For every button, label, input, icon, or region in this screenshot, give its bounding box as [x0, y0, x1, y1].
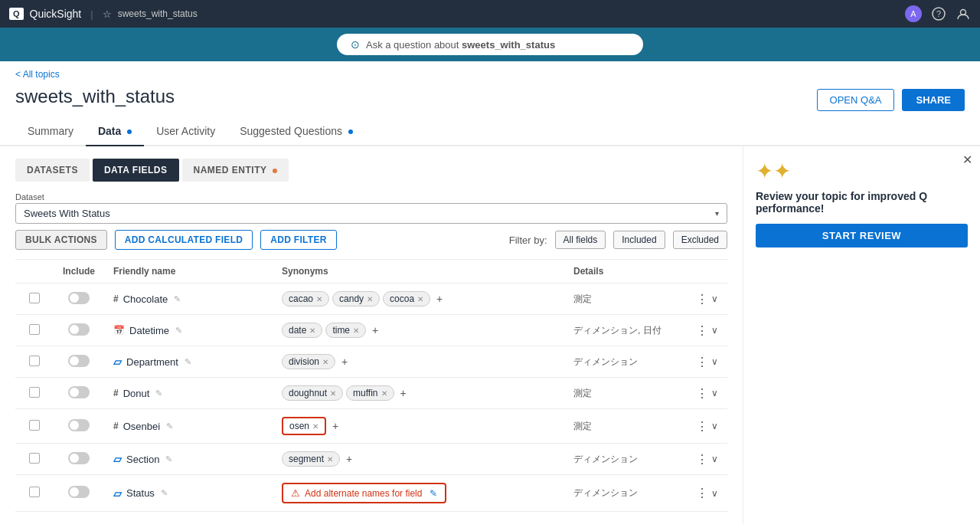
tag-time: time ✕	[325, 323, 366, 338]
favorite-icon[interactable]: ☆	[103, 8, 112, 20]
tag-add-department[interactable]: +	[338, 354, 351, 369]
row-toggle-osenbei[interactable]	[68, 419, 90, 431]
help-icon[interactable]: ?	[931, 6, 946, 21]
start-review-button[interactable]: START REVIEW	[756, 224, 968, 247]
tag-remove-cacao[interactable]: ✕	[316, 295, 322, 303]
q-bar-icon: ⊙	[351, 38, 360, 51]
expand-icon-department[interactable]: ∨	[711, 356, 718, 367]
open-qa-button[interactable]: OPEN Q&A	[817, 89, 895, 111]
more-options-icon-department[interactable]: ⋮	[696, 355, 708, 369]
col-friendly-header: Friendly name	[104, 260, 273, 284]
sub-tab-datasets[interactable]: DATASETS	[15, 159, 90, 182]
sub-tab-data-fields[interactable]: DATA FIELDS	[93, 159, 179, 182]
tab-user-activity[interactable]: User Activity	[144, 117, 227, 146]
edit-icon-donut[interactable]: ✎	[155, 388, 162, 398]
tag-add-datetime[interactable]: +	[369, 323, 381, 338]
field-name-section: Section	[126, 454, 159, 465]
tag-remove-candy[interactable]: ✕	[367, 295, 373, 303]
user-avatar-icon[interactable]: A	[905, 5, 922, 22]
sub-tab-named-entity[interactable]: NAMED ENTITY	[182, 159, 289, 182]
warn-tag-text: Add alternate names for field	[305, 488, 422, 499]
tip-panel: ✕ ✦✦ Review your topic for improved Q pe…	[743, 146, 980, 524]
q-bar-input[interactable]: ⊙ Ask a question about sweets_with_statu…	[337, 34, 643, 55]
tag-remove-doughnut[interactable]: ✕	[330, 389, 336, 398]
tag-remove-cocoa[interactable]: ✕	[417, 295, 423, 303]
edit-icon-chocolate[interactable]: ✎	[174, 294, 181, 304]
tag-muffin: muffin ✕	[346, 385, 394, 401]
more-options-icon-status[interactable]: ⋮	[696, 486, 708, 500]
tag-add-chocolate[interactable]: +	[433, 291, 446, 306]
details-donut: 測定	[573, 388, 592, 398]
tag-remove-segment[interactable]: ✕	[327, 455, 333, 464]
svg-text:?: ?	[936, 9, 941, 18]
row-toggle-donut[interactable]	[68, 386, 90, 398]
col-actions-header	[687, 260, 727, 284]
more-options-icon-osenbei[interactable]: ⋮	[696, 419, 708, 434]
tab-suggested[interactable]: Suggested Questions	[227, 117, 365, 146]
row-toggle-datetime[interactable]	[68, 323, 90, 336]
dataset-select[interactable]: Sweets With Status ▾	[15, 203, 727, 224]
edit-icon-datetime[interactable]: ✎	[175, 326, 182, 336]
add-calculated-field-button[interactable]: ADD CALCULATED FIELD	[115, 230, 253, 250]
tag-remove-osen[interactable]: ✕	[312, 422, 318, 431]
expand-icon-status[interactable]: ∨	[711, 488, 718, 499]
tag-remove-division[interactable]: ✕	[322, 358, 328, 366]
sparkle-icon: ✦✦	[756, 159, 968, 184]
tags-department: division ✕ +	[282, 354, 555, 369]
row-checkbox-section[interactable]	[29, 453, 40, 464]
filter-all-fields-button[interactable]: All fields	[555, 231, 606, 249]
filter-excluded-button[interactable]: Excluded	[673, 231, 727, 249]
row-toggle-department[interactable]	[68, 355, 90, 367]
more-options-icon-donut[interactable]: ⋮	[696, 386, 708, 401]
row-checkbox-datetime[interactable]	[29, 324, 40, 335]
q-bar-placeholder: Ask a question about sweets_with_status	[366, 39, 555, 51]
more-options-icon-chocolate[interactable]: ⋮	[696, 292, 708, 306]
more-options-icon-section[interactable]: ⋮	[696, 452, 708, 467]
filter-included-button[interactable]: Included	[613, 231, 665, 249]
expand-icon-donut[interactable]: ∨	[711, 388, 718, 398]
expand-icon-chocolate[interactable]: ∨	[711, 293, 718, 304]
expand-icon-datetime[interactable]: ∨	[711, 325, 718, 336]
row-checkbox-department[interactable]	[29, 356, 40, 366]
warn-tag-status[interactable]: ⚠ Add alternate names for field ✎	[282, 483, 446, 503]
tip-close-button[interactable]: ✕	[962, 152, 972, 167]
row-actions-department: ⋮ ∨	[696, 355, 718, 369]
profile-icon[interactable]	[956, 6, 971, 21]
row-checkbox-donut[interactable]	[29, 387, 40, 398]
warn-edit-icon[interactable]: ✎	[430, 488, 437, 499]
calendar-icon-datetime: 📅	[113, 325, 125, 336]
row-toggle-status[interactable]	[68, 486, 90, 498]
field-name-status: Status	[126, 487, 155, 499]
add-filter-button[interactable]: ADD FILTER	[260, 230, 336, 250]
bulk-actions-button[interactable]: BULK ACTIONS	[15, 230, 107, 250]
share-button[interactable]: SHARE	[902, 89, 965, 111]
breadcrumb[interactable]: < All topics	[0, 61, 980, 83]
data-fields-table: Include Friendly name Synonyms Details	[15, 259, 727, 512]
action-row: BULK ACTIONS ADD CALCULATED FIELD ADD FI…	[15, 230, 727, 250]
more-options-icon-datetime[interactable]: ⋮	[696, 323, 708, 338]
tag-remove-muffin[interactable]: ✕	[381, 389, 387, 398]
row-toggle-chocolate[interactable]	[68, 292, 90, 304]
row-checkbox-osenbei[interactable]	[29, 420, 40, 431]
edit-icon-status[interactable]: ✎	[161, 488, 168, 498]
tab-data[interactable]: Data	[86, 117, 144, 146]
edit-icon-osenbei[interactable]: ✎	[166, 421, 173, 431]
edit-icon-department[interactable]: ✎	[185, 357, 191, 367]
tag-remove-time[interactable]: ✕	[353, 326, 359, 335]
field-name-datetime: Datetime	[129, 325, 169, 336]
row-checkbox-chocolate[interactable]	[29, 293, 40, 303]
row-checkbox-status[interactable]	[29, 487, 40, 497]
field-name-chocolate: Chocolate	[123, 293, 168, 305]
tag-remove-date[interactable]: ✕	[309, 326, 315, 335]
tag-add-osenbei[interactable]: +	[329, 418, 341, 434]
table-row: 📅 Datetime ✎ date ✕ time ✕ +	[15, 315, 727, 346]
expand-icon-section[interactable]: ∨	[711, 454, 718, 464]
tag-add-section[interactable]: +	[343, 451, 355, 467]
tag-add-donut[interactable]: +	[397, 385, 410, 401]
rect-icon-status: ▱	[113, 487, 122, 500]
expand-icon-osenbei[interactable]: ∨	[711, 421, 718, 431]
row-toggle-section[interactable]	[68, 452, 90, 464]
row-actions-datetime: ⋮ ∨	[696, 323, 718, 338]
tab-summary[interactable]: Summary	[15, 117, 86, 146]
edit-icon-section[interactable]: ✎	[165, 454, 172, 464]
